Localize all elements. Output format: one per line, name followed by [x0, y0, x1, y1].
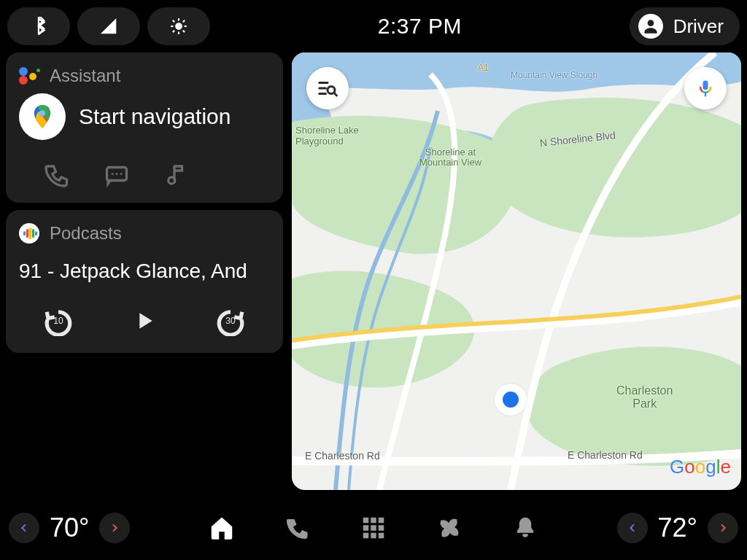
right-climate: 72°: [617, 513, 738, 543]
sun-icon: [169, 17, 188, 36]
svg-rect-20: [364, 518, 368, 523]
map-label-e-charleston-r: E Charleston Rd: [568, 449, 643, 461]
chevron-right-icon: [109, 522, 120, 534]
podcasts-card-title: Podcasts: [50, 223, 122, 244]
podcast-episode-title: 91 - Jetpack Glance, And: [19, 260, 270, 283]
map-label-route-a1: A1: [478, 63, 489, 73]
cards-column: Assistant Start navig: [6, 52, 283, 353]
podcasts-card-header: Podcasts: [19, 223, 270, 244]
music-button[interactable]: [160, 159, 193, 191]
svg-rect-28: [379, 534, 384, 538]
map-label-charleston-park: Charleston Park: [616, 384, 673, 410]
main-area: Assistant Start navig: [0, 52, 747, 496]
svg-rect-21: [371, 518, 376, 523]
right-temp-down[interactable]: [617, 513, 648, 543]
left-temp-down[interactable]: [9, 513, 39, 543]
assistant-quick-actions: [19, 144, 270, 195]
assistant-card-title: Assistant: [50, 66, 120, 86]
rewind-seconds: 10: [53, 316, 63, 326]
map-label-slough: Mountain View Slough: [511, 70, 597, 80]
map-label-shoreline: Shoreline at Mountain View: [419, 147, 481, 168]
left-temp-up[interactable]: [99, 513, 130, 543]
phone-icon: [285, 515, 311, 541]
fan-icon: [436, 515, 462, 541]
bottom-bar: 70° 72°: [0, 496, 747, 560]
phone-icon: [44, 162, 70, 188]
playback-controls: 10 30: [19, 290, 270, 346]
svg-rect-22: [379, 518, 384, 523]
map-search-button[interactable]: [306, 67, 349, 109]
brightness-button[interactable]: [147, 7, 210, 45]
chevron-right-icon: [717, 522, 729, 534]
chevron-left-icon: [18, 522, 30, 534]
profile-button[interactable]: Driver: [630, 7, 740, 45]
play-icon: [133, 309, 156, 332]
start-navigation-row[interactable]: Start navigation: [19, 93, 270, 140]
svg-point-14: [116, 173, 118, 175]
apps-button[interactable]: [359, 513, 388, 542]
mic-icon: [695, 78, 716, 98]
svg-line-8: [183, 20, 185, 22]
svg-rect-24: [371, 526, 376, 530]
home-icon: [209, 515, 235, 541]
svg-point-11: [39, 110, 45, 116]
assistant-card[interactable]: Assistant Start navig: [6, 52, 283, 203]
map-label-playground: Playground: [295, 136, 344, 147]
bell-icon: [512, 515, 538, 541]
svg-rect-25: [379, 526, 384, 530]
assistant-icon: [19, 66, 39, 86]
bluetooth-button[interactable]: [7, 7, 70, 45]
home-button[interactable]: [207, 513, 236, 542]
svg-point-15: [120, 173, 123, 175]
forward-button[interactable]: 30: [213, 303, 248, 338]
grid-icon: [360, 515, 387, 541]
assistant-card-header: Assistant: [19, 66, 270, 86]
svg-line-7: [173, 31, 174, 32]
svg-point-0: [176, 23, 182, 30]
list-search-icon: [317, 77, 338, 99]
svg-point-9: [647, 20, 654, 26]
svg-rect-26: [364, 534, 368, 538]
cell-signal-icon: [99, 17, 118, 36]
map-label-e-charleston-l: E Charleston Rd: [305, 450, 380, 462]
bluetooth-icon: [29, 17, 48, 36]
svg-rect-27: [371, 534, 376, 538]
start-navigation-label: Start navigation: [79, 104, 231, 129]
svg-rect-23: [364, 526, 368, 530]
left-temp-value: 70°: [50, 513, 89, 543]
profile-name: Driver: [673, 15, 724, 38]
svg-line-6: [183, 31, 185, 32]
right-temp-value: 72°: [658, 513, 697, 543]
cell-signal-button[interactable]: [77, 7, 140, 45]
svg-point-13: [112, 173, 114, 175]
maps-icon: [19, 93, 66, 140]
chevron-left-icon: [627, 522, 638, 534]
notifications-button[interactable]: [511, 513, 540, 542]
left-climate: 70°: [9, 513, 130, 543]
message-icon: [104, 162, 130, 188]
dialer-button[interactable]: [283, 513, 312, 542]
voice-search-button[interactable]: [684, 67, 727, 109]
bottom-nav: [130, 513, 616, 542]
rewind-button[interactable]: 10: [41, 303, 76, 338]
map-attribution: Google: [670, 456, 731, 478]
fan-button[interactable]: [435, 513, 464, 542]
svg-line-5: [173, 20, 174, 22]
music-note-icon: [163, 162, 190, 188]
play-button[interactable]: [127, 303, 162, 338]
svg-point-16: [169, 177, 175, 184]
podcasts-icon: [19, 223, 39, 244]
right-temp-up[interactable]: [708, 513, 738, 543]
phone-button[interactable]: [41, 159, 73, 191]
forward-seconds: 30: [225, 316, 235, 326]
avatar-icon: [638, 14, 663, 39]
status-bar: 2:37 PM Driver: [0, 0, 747, 52]
map-label-shoreline-lake: Shoreline Lake: [295, 125, 359, 136]
my-location-dot: [495, 384, 527, 416]
messages-button[interactable]: [101, 159, 133, 191]
status-time: 2:37 PM: [210, 14, 630, 39]
map-view[interactable]: A1 Mountain View Slough Shoreline Lake P…: [292, 52, 741, 490]
status-left: [7, 7, 210, 45]
podcasts-card[interactable]: Podcasts 91 - Jetpack Glance, And 10 30: [6, 210, 283, 353]
map-canvas: [292, 52, 741, 490]
